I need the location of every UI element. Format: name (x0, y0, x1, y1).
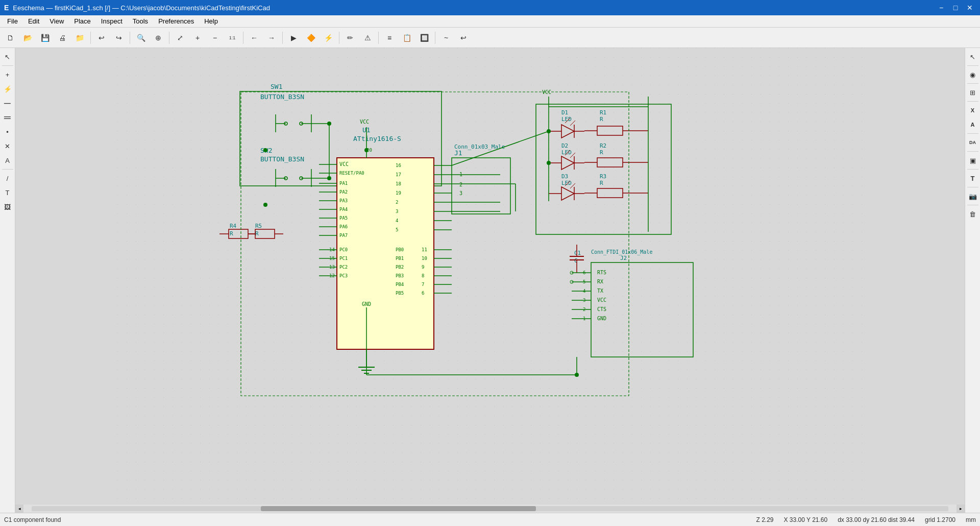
toolbar-separator (282, 32, 283, 44)
svg-text:6: 6 (422, 291, 424, 296)
svg-text:RX: RX (597, 279, 603, 284)
svg-text:D2: D2 (561, 142, 568, 149)
maximize-button[interactable]: □ (949, 3, 962, 13)
lt-add-junction[interactable]: • (1, 125, 14, 138)
lt-add-line[interactable]: / (1, 172, 14, 185)
redo-btn[interactable]: ↪ (111, 30, 127, 46)
menu-bar: FileEditViewPlaceInspectToolsPreferences… (0, 15, 980, 28)
svg-text:PB0: PB0 (396, 247, 404, 252)
svg-point-203 (263, 148, 267, 152)
status-grid: grid 1.2700 (925, 516, 955, 523)
nav-back-btn[interactable]: ← (246, 30, 262, 46)
scrollbar-thumb[interactable] (261, 506, 536, 511)
close-button[interactable]: ✕ (964, 3, 976, 13)
app-icon: E (4, 4, 9, 12)
add-sym-btn[interactable]: 🔶 (303, 30, 319, 46)
svg-text:PB1: PB1 (396, 256, 404, 261)
menu-item-tools[interactable]: Tools (128, 15, 153, 27)
lt-add-wire[interactable]: ─ (1, 97, 14, 110)
rt-sep4 (967, 133, 978, 134)
lt-add-noconnect[interactable]: ✕ (1, 139, 14, 153)
svg-text:11: 11 (422, 247, 427, 252)
lt-sep1 (2, 65, 13, 66)
status-left: C1 component found (4, 516, 746, 523)
menu-item-view[interactable]: View (44, 15, 69, 27)
save-btn[interactable]: 💾 (37, 30, 53, 46)
svg-text:7: 7 (422, 282, 424, 287)
svg-text:PA4: PA4 (339, 207, 348, 212)
svg-text:PC2: PC2 (339, 265, 348, 270)
svg-point-204 (263, 203, 267, 207)
svg-text:3: 3 (459, 190, 462, 196)
menu-item-file[interactable]: File (2, 15, 23, 27)
h-scrollbar[interactable]: ◂ ▸ (15, 505, 965, 513)
svg-text:J2: J2 (620, 255, 627, 261)
netlist-btn[interactable]: ≡ (381, 30, 398, 46)
rt-box-select[interactable]: ▣ (966, 154, 979, 167)
rt-da[interactable]: DA (966, 136, 979, 149)
run-btn[interactable]: ▶ (285, 30, 302, 46)
scroll-right-arrow[interactable]: ▸ (957, 505, 965, 513)
zoom-in-btn[interactable]: + (189, 30, 206, 46)
svg-text:VCC: VCC (360, 119, 369, 125)
new-btn[interactable]: 🗋 (2, 30, 18, 46)
main-area: ↖ + ⚡ ─ ═ • ✕ A / T 🖼 SW1 (0, 48, 980, 513)
sim-btn[interactable]: ~ (438, 30, 454, 46)
scroll-left-arrow[interactable]: ◂ (15, 505, 23, 513)
title-bar: E Eeschema — firstKiCad_1.sch [/] — C:\U… (0, 0, 980, 15)
rt-highlight[interactable]: ◉ (966, 68, 979, 81)
add-pwr-btn[interactable]: ⚡ (320, 30, 336, 46)
lt-add-image[interactable]: 🖼 (1, 200, 14, 213)
rt-camera[interactable]: 📷 (966, 189, 979, 203)
status-bar: C1 component found Z 2.29 X 33.00 Y 21.6… (0, 513, 980, 526)
lt-add-bus[interactable]: ═ (1, 111, 14, 124)
search-btn[interactable]: 🔍 (133, 30, 149, 46)
pcb-btn[interactable]: 🔲 (416, 30, 432, 46)
svg-text:5: 5 (396, 227, 398, 232)
open-btn[interactable]: 📂 (19, 30, 36, 46)
status-unit: mm (966, 516, 976, 523)
zoom-100-btn[interactable]: 1:1 (224, 30, 240, 46)
open-dir-btn[interactable]: 📁 (71, 30, 88, 46)
canvas-area[interactable]: SW1 BUTTON_B3SN SW2 BUTTON_B3SN (15, 48, 965, 513)
rt-text[interactable]: T (966, 172, 979, 185)
zoom-sel-btn[interactable]: ⊕ (150, 30, 166, 46)
lt-add-symbol[interactable]: + (1, 68, 14, 81)
svg-text:R3: R3 (600, 173, 606, 180)
menu-item-edit[interactable]: Edit (23, 15, 44, 27)
zoom-out-btn[interactable]: − (207, 30, 223, 46)
undo-btn[interactable]: ↩ (93, 30, 110, 46)
status-right: Z 2.29 X 33.00 Y 21.60 dx 33.00 dy 21.60… (756, 516, 976, 523)
rt-cursor[interactable]: ↖ (966, 50, 979, 63)
rt-grid[interactable]: ⊞ (966, 86, 979, 99)
back-btn[interactable]: ↩ (455, 30, 472, 46)
bom-btn[interactable]: 📋 (399, 30, 415, 46)
minimize-button[interactable]: − (935, 3, 947, 13)
nav-fwd-btn[interactable]: → (263, 30, 280, 46)
annotate-btn[interactable]: ✏ (342, 30, 358, 46)
toolbar-separator (169, 32, 169, 44)
menu-item-preferences[interactable]: Preferences (153, 15, 199, 27)
svg-text:R: R (600, 116, 603, 123)
svg-text:2: 2 (459, 182, 462, 187)
svg-text:PA2: PA2 (339, 189, 348, 195)
menu-item-inspect[interactable]: Inspect (96, 15, 128, 27)
rt-x[interactable]: X (966, 104, 979, 117)
zoom-fit-btn[interactable]: ⤢ (172, 30, 188, 46)
rt-a[interactable]: A (966, 118, 979, 131)
svg-text:D3: D3 (561, 173, 568, 180)
lt-add-text[interactable]: T (1, 186, 14, 199)
lt-add-power[interactable]: ⚡ (1, 82, 14, 95)
erc-btn[interactable]: ⚠ (359, 30, 376, 46)
svg-text:SW1: SW1 (271, 83, 282, 90)
lt-select[interactable]: ↖ (1, 50, 14, 63)
lt-add-label[interactable]: A (1, 154, 14, 167)
menu-item-place[interactable]: Place (69, 15, 96, 27)
scrollbar-track[interactable] (32, 506, 948, 511)
rt-trash[interactable]: 🗑 (966, 207, 979, 221)
svg-text:R4: R4 (230, 223, 237, 229)
svg-text:R: R (600, 180, 603, 186)
print-btn[interactable]: 🖨 (54, 30, 70, 46)
svg-text:TX: TX (597, 288, 603, 294)
menu-item-help[interactable]: Help (199, 15, 223, 27)
